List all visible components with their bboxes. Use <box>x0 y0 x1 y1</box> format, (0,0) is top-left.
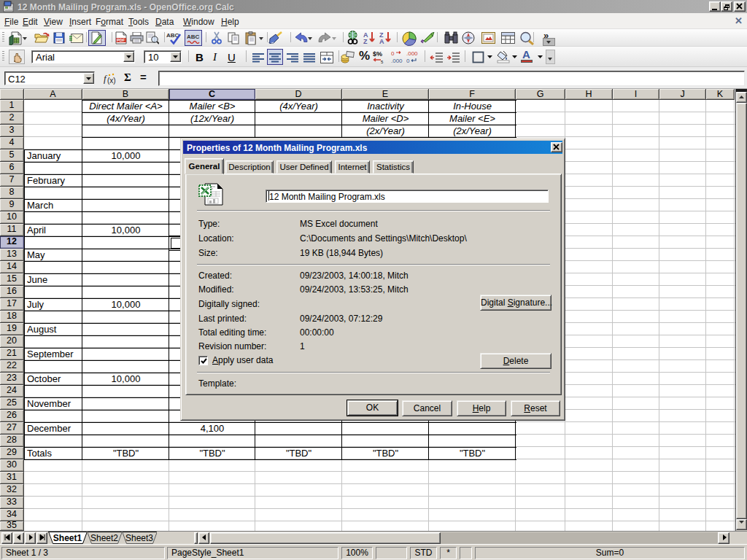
svg-text:0: 0 <box>406 58 410 64</box>
svg-text:.000: .000 <box>391 58 403 64</box>
svg-text:PDF: PDF <box>117 38 125 42</box>
svg-text:$%: $% <box>373 50 382 58</box>
svg-text:.000: .000 <box>406 50 418 57</box>
svg-text:A: A <box>379 38 384 45</box>
svg-text:Z: Z <box>363 38 368 45</box>
svg-text:(x): (x) <box>107 77 116 85</box>
svg-text:5: 5 <box>381 60 384 64</box>
svg-text:ABC: ABC <box>187 34 200 40</box>
svg-text:0: 0 <box>391 50 395 57</box>
